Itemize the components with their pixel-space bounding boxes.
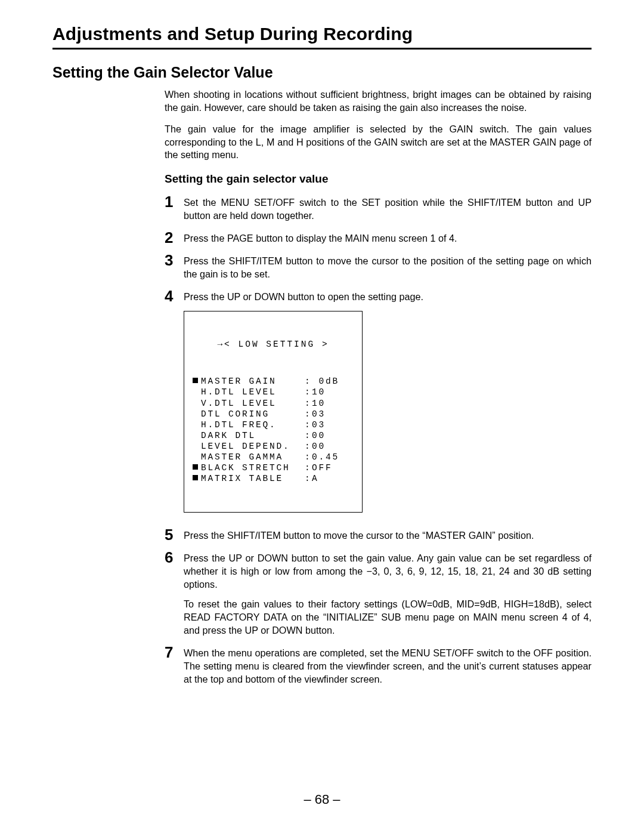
step-text: Press the SHIFT/ITEM button to move the … [184, 252, 592, 281]
menu-row-colon: : [305, 462, 312, 473]
menu-row-colon: : [305, 376, 312, 387]
menu-rows: MASTER GAIN: 0dBH.DTL LEVEL:10V.DTL LEVE… [193, 376, 354, 484]
menu-row: MASTER GAMMA:0.45 [193, 452, 354, 462]
procedure-title: Setting the gain selector value [165, 172, 592, 186]
menu-row-value: 0dB [312, 376, 354, 387]
menu-row: BLACK STRETCH:OFF [193, 462, 354, 473]
menu-row-value: 03 [312, 419, 354, 430]
menu-row-value: A [312, 473, 354, 484]
menu-row: H.DTL FREQ.:03 [193, 419, 354, 430]
menu-row: H.DTL LEVEL:10 [193, 387, 354, 397]
step-text-extra: To reset the gain values to their factor… [184, 598, 592, 637]
step-number: 1 [165, 194, 184, 209]
menu-row-colon: : [305, 441, 312, 452]
menu-screenshot: →< LOW SETTING > MASTER GAIN: 0dBH.DTL L… [184, 311, 592, 513]
intro-para-2: The gain value for the image amplifier i… [165, 123, 592, 162]
menu-row-label: V.DTL LEVEL [201, 398, 305, 409]
menu-row-label: H.DTL FREQ. [201, 419, 305, 430]
menu-row: DARK DTL:00 [193, 430, 354, 441]
menu-row-marker [193, 419, 201, 430]
menu-row: LEVEL DEPEND.:00 [193, 441, 354, 452]
menu-row-label: LEVEL DEPEND. [201, 441, 305, 452]
menu-row-value: OFF [312, 462, 354, 473]
menu-row-label: H.DTL LEVEL [201, 387, 305, 397]
menu-row-colon: : [305, 452, 312, 462]
menu-row-label: DARK DTL [201, 430, 305, 441]
step-4: 4 Press the UP or DOWN button to open th… [165, 288, 592, 304]
menu-row-marker [193, 473, 201, 484]
square-icon [193, 475, 198, 480]
step-text: Press the PAGE button to display the MAI… [184, 230, 592, 245]
step-text-main: Press the UP or DOWN button to set the g… [184, 553, 592, 590]
step-text: Press the UP or DOWN button to set the g… [184, 550, 592, 637]
step-number: 7 [165, 644, 184, 660]
menu-row: V.DTL LEVEL:10 [193, 398, 354, 409]
menu-row-colon: : [305, 387, 312, 397]
menu-row-value: 00 [312, 430, 354, 441]
step-number: 6 [165, 550, 184, 565]
menu-row-value: 00 [312, 441, 354, 452]
menu-row-label: MATRIX TABLE [201, 473, 305, 484]
menu-row: MASTER GAIN: 0dB [193, 376, 354, 387]
menu-row-label: MASTER GAIN [201, 376, 305, 387]
menu-row-colon: : [305, 398, 312, 409]
main-title: Adjustments and Setup During Recording [52, 24, 592, 44]
menu-row-marker [193, 409, 201, 419]
step-number: 5 [165, 527, 184, 542]
menu-row-value: 0.45 [312, 452, 354, 462]
page: Adjustments and Setup During Recording S… [0, 0, 644, 836]
steps-list: 1 Set the MENU SET/OFF switch to the SET… [165, 194, 592, 686]
step-2: 2 Press the PAGE button to display the M… [165, 230, 592, 245]
step-number: 3 [165, 252, 184, 268]
menu-row-label: BLACK STRETCH [201, 462, 305, 473]
menu-row-value: 10 [312, 398, 354, 409]
step-3: 3 Press the SHIFT/ITEM button to move th… [165, 252, 592, 281]
menu-row-label: MASTER GAMMA [201, 452, 305, 462]
menu-row-value: 03 [312, 409, 354, 419]
step-text: Set the MENU SET/OFF switch to the SET p… [184, 194, 592, 223]
menu-row: MATRIX TABLE:A [193, 473, 354, 484]
step-text: Press the UP or DOWN button to open the … [184, 288, 592, 304]
intro-para-1: When shooting in locations without suffi… [165, 88, 592, 115]
menu-row-value: 10 [312, 387, 354, 397]
menu-row: DTL CORING:03 [193, 409, 354, 419]
menu-row-marker [193, 387, 201, 397]
menu-row-colon: : [305, 409, 312, 419]
menu-header: →< LOW SETTING > [193, 339, 354, 350]
square-icon [193, 378, 198, 383]
menu-row-marker [193, 430, 201, 441]
menu-row-marker [193, 462, 201, 473]
square-icon [193, 464, 198, 470]
menu-row-colon: : [305, 430, 312, 441]
step-number: 4 [165, 288, 184, 304]
step-5: 5 Press the SHIFT/ITEM button to move th… [165, 527, 592, 542]
step-7: 7 When the menu operations are completed… [165, 644, 592, 686]
menu-row-label: DTL CORING [201, 409, 305, 419]
step-1: 1 Set the MENU SET/OFF switch to the SET… [165, 194, 592, 223]
step-number: 2 [165, 230, 184, 245]
body-column: When shooting in locations without suffi… [165, 88, 592, 686]
menu-row-marker [193, 376, 201, 387]
menu-row-marker [193, 398, 201, 409]
page-number: – 68 – [0, 792, 644, 807]
step-text: Press the SHIFT/ITEM button to move the … [184, 527, 592, 542]
menu-row-marker [193, 441, 201, 452]
section-title: Setting the Gain Selector Value [52, 64, 592, 81]
menu-box: →< LOW SETTING > MASTER GAIN: 0dBH.DTL L… [184, 311, 363, 513]
step-6: 6 Press the UP or DOWN button to set the… [165, 550, 592, 637]
title-wrap: Adjustments and Setup During Recording [52, 24, 592, 50]
menu-row-colon: : [305, 419, 312, 430]
menu-row-marker [193, 452, 201, 462]
step-text: When the menu operations are completed, … [184, 644, 592, 686]
menu-row-colon: : [305, 473, 312, 484]
